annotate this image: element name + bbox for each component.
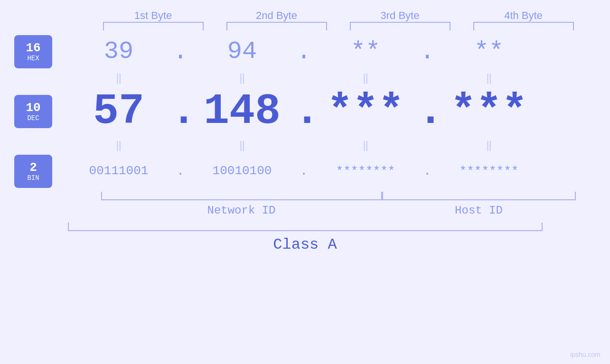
outer-bracket [68,223,543,231]
hex-b1: 39 [66,36,171,68]
network-id-label: Network ID [101,204,382,217]
eq3: ‖ [313,72,418,84]
dec-b3: *** [313,87,418,136]
dec-label: DEC [27,114,39,122]
hex-badge: 16 HEX [14,35,52,68]
hex-dot3: . [418,38,437,66]
dec-dot2: . [294,87,313,136]
main-container: 1st Byte 2nd Byte 3rd Byte 4th Byte 16 H… [0,0,610,364]
bin-badge: 2 BIN [14,155,52,188]
host-bracket [382,192,576,200]
dec-dot3: . [418,87,437,136]
bin-dot3: . [418,164,437,178]
hex-b4: ** [437,38,541,66]
hex-number: 16 [26,41,40,55]
bin-label: BIN [27,174,39,182]
byte3-header: 3rd Byte [348,9,452,22]
byte4-header: 4th Byte [471,9,576,22]
bin-b4: ******** [437,164,541,178]
bin-b1: 00111001 [66,163,171,179]
bin-b3: ******** [313,164,418,178]
bin-dot1: . [171,164,190,178]
network-bracket [101,192,382,200]
hex-label: HEX [27,55,39,62]
eq7: ‖ [313,139,418,152]
bin-dot2: . [294,164,313,178]
bin-b2: 10010100 [190,163,294,179]
hex-dot1: . [171,38,190,66]
class-label: Class A [0,236,610,253]
dec-b4: *** [437,87,541,136]
dec-number: 10 [26,101,40,115]
eq1: ‖ [66,72,171,84]
watermark: ipshu.com [570,351,601,358]
hex-b2: 94 [190,36,294,68]
eq6: ‖ [190,139,294,152]
host-id-label: Host ID [382,204,576,217]
hex-b3: ** [313,38,418,66]
eq4: ‖ [437,72,541,84]
dec-b2: 148 [190,88,294,135]
dec-b1: 57 [66,88,171,135]
hex-dot2: . [294,38,313,66]
byte2-header: 2nd Byte [225,9,329,22]
dec-dot1: . [171,87,190,136]
dec-badge: 10 DEC [14,95,52,128]
eq5: ‖ [66,139,171,152]
bin-number: 2 [29,161,37,175]
eq2: ‖ [190,72,294,84]
byte1-header: 1st Byte [101,9,206,22]
eq8: ‖ [437,139,541,152]
